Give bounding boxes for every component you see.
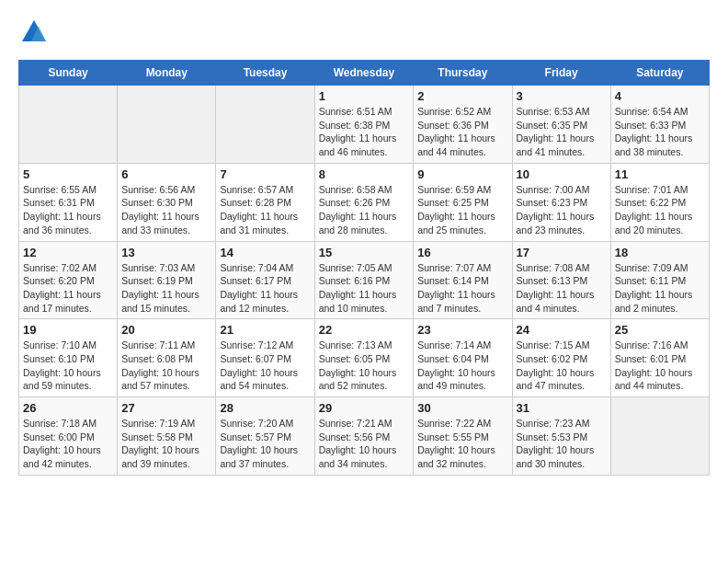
calendar-cell: 27Sunrise: 7:19 AM Sunset: 5:58 PM Dayli… — [118, 397, 216, 476]
day-info: Sunrise: 7:22 AM Sunset: 5:55 PM Dayligh… — [417, 417, 507, 471]
day-number: 16 — [417, 246, 507, 259]
day-number: 14 — [220, 246, 310, 259]
day-number: 10 — [517, 167, 607, 181]
day-info: Sunrise: 7:19 AM Sunset: 5:58 PM Dayligh… — [121, 417, 211, 471]
day-info: Sunrise: 6:54 AM Sunset: 6:33 PM Dayligh… — [615, 105, 705, 159]
day-info: Sunrise: 7:02 AM Sunset: 6:20 PM Dayligh… — [23, 261, 113, 316]
calendar-cell: 6Sunrise: 6:56 AM Sunset: 6:30 PM Daylig… — [118, 163, 216, 241]
calendar-cell: 4Sunrise: 6:54 AM Sunset: 6:33 PM Daylig… — [610, 86, 709, 164]
day-info: Sunrise: 7:08 AM Sunset: 6:13 PM Dayligh… — [517, 261, 607, 316]
calendar-cell: 12Sunrise: 7:02 AM Sunset: 6:20 PM Dayli… — [19, 241, 118, 319]
calendar-cell — [216, 86, 314, 164]
day-number: 19 — [23, 323, 113, 337]
calendar-cell: 31Sunrise: 7:23 AM Sunset: 5:53 PM Dayli… — [512, 397, 610, 476]
day-number: 15 — [319, 246, 410, 259]
day-info: Sunrise: 7:20 AM Sunset: 5:57 PM Dayligh… — [220, 417, 310, 471]
calendar-cell: 30Sunrise: 7:22 AM Sunset: 5:55 PM Dayli… — [414, 397, 512, 476]
calendar-cell: 8Sunrise: 6:58 AM Sunset: 6:26 PM Daylig… — [314, 163, 414, 241]
calendar-cell: 1Sunrise: 6:51 AM Sunset: 6:38 PM Daylig… — [314, 86, 414, 164]
calendar-cell — [118, 86, 216, 164]
day-info: Sunrise: 7:21 AM Sunset: 5:56 PM Dayligh… — [319, 417, 410, 471]
day-info: Sunrise: 7:04 AM Sunset: 6:17 PM Dayligh… — [220, 261, 310, 316]
calendar-cell: 5Sunrise: 6:55 AM Sunset: 6:31 PM Daylig… — [19, 163, 118, 241]
calendar-cell: 21Sunrise: 7:12 AM Sunset: 6:07 PM Dayli… — [216, 319, 314, 397]
day-of-week-header: Wednesday — [314, 61, 414, 86]
calendar-cell: 16Sunrise: 7:07 AM Sunset: 6:14 PM Dayli… — [414, 241, 512, 319]
calendar-table: SundayMondayTuesdayWednesdayThursdayFrid… — [18, 60, 710, 476]
day-info: Sunrise: 7:18 AM Sunset: 6:00 PM Dayligh… — [23, 417, 113, 471]
day-info: Sunrise: 6:57 AM Sunset: 6:28 PM Dayligh… — [220, 183, 310, 237]
day-number: 2 — [417, 89, 507, 103]
calendar-cell: 14Sunrise: 7:04 AM Sunset: 6:17 PM Dayli… — [216, 241, 314, 319]
day-info: Sunrise: 7:13 AM Sunset: 6:05 PM Dayligh… — [319, 339, 410, 393]
calendar-cell — [610, 397, 709, 476]
day-info: Sunrise: 7:09 AM Sunset: 6:11 PM Dayligh… — [615, 261, 705, 316]
day-info: Sunrise: 7:16 AM Sunset: 6:01 PM Dayligh… — [615, 339, 705, 393]
day-number: 12 — [23, 246, 113, 259]
day-of-week-header: Saturday — [610, 61, 709, 86]
day-of-week-header: Thursday — [414, 61, 512, 86]
calendar-cell: 13Sunrise: 7:03 AM Sunset: 6:19 PM Dayli… — [118, 241, 216, 319]
calendar-cell: 9Sunrise: 6:59 AM Sunset: 6:25 PM Daylig… — [414, 163, 512, 241]
day-info: Sunrise: 7:10 AM Sunset: 6:10 PM Dayligh… — [23, 339, 113, 393]
day-number: 27 — [121, 401, 211, 415]
day-info: Sunrise: 7:07 AM Sunset: 6:14 PM Dayligh… — [417, 261, 507, 316]
day-number: 26 — [23, 401, 113, 415]
day-number: 18 — [615, 246, 705, 259]
calendar-week-row: 12Sunrise: 7:02 AM Sunset: 6:20 PM Dayli… — [19, 241, 710, 319]
day-info: Sunrise: 6:58 AM Sunset: 6:26 PM Dayligh… — [319, 183, 410, 237]
day-number: 1 — [319, 89, 410, 103]
calendar-cell — [19, 86, 118, 164]
calendar-cell: 15Sunrise: 7:05 AM Sunset: 6:16 PM Dayli… — [314, 241, 414, 319]
day-info: Sunrise: 7:05 AM Sunset: 6:16 PM Dayligh… — [319, 261, 410, 316]
day-info: Sunrise: 6:56 AM Sunset: 6:30 PM Dayligh… — [121, 183, 211, 237]
day-number: 8 — [319, 167, 410, 181]
day-number: 24 — [517, 323, 607, 337]
day-number: 23 — [417, 323, 507, 337]
day-info: Sunrise: 7:00 AM Sunset: 6:23 PM Dayligh… — [517, 183, 607, 237]
day-info: Sunrise: 7:14 AM Sunset: 6:04 PM Dayligh… — [417, 339, 507, 393]
page-header — [18, 18, 710, 51]
calendar-cell: 29Sunrise: 7:21 AM Sunset: 5:56 PM Dayli… — [314, 397, 414, 476]
calendar-cell: 17Sunrise: 7:08 AM Sunset: 6:13 PM Dayli… — [512, 241, 610, 319]
day-of-week-header: Monday — [118, 61, 216, 86]
day-info: Sunrise: 7:03 AM Sunset: 6:19 PM Dayligh… — [121, 261, 211, 316]
calendar-week-row: 5Sunrise: 6:55 AM Sunset: 6:31 PM Daylig… — [19, 163, 710, 241]
day-number: 31 — [517, 401, 607, 415]
calendar-cell: 25Sunrise: 7:16 AM Sunset: 6:01 PM Dayli… — [610, 319, 709, 397]
calendar-header-row: SundayMondayTuesdayWednesdayThursdayFrid… — [19, 61, 710, 86]
calendar-week-row: 1Sunrise: 6:51 AM Sunset: 6:38 PM Daylig… — [19, 86, 710, 164]
calendar-cell: 10Sunrise: 7:00 AM Sunset: 6:23 PM Dayli… — [512, 163, 610, 241]
day-info: Sunrise: 7:01 AM Sunset: 6:22 PM Dayligh… — [615, 183, 705, 237]
day-info: Sunrise: 7:15 AM Sunset: 6:02 PM Dayligh… — [517, 339, 607, 393]
calendar-cell: 7Sunrise: 6:57 AM Sunset: 6:28 PM Daylig… — [216, 163, 314, 241]
calendar-cell: 19Sunrise: 7:10 AM Sunset: 6:10 PM Dayli… — [19, 319, 118, 397]
day-number: 9 — [417, 167, 507, 181]
calendar-cell: 24Sunrise: 7:15 AM Sunset: 6:02 PM Dayli… — [512, 319, 610, 397]
calendar-cell: 2Sunrise: 6:52 AM Sunset: 6:36 PM Daylig… — [414, 86, 512, 164]
day-number: 6 — [121, 167, 211, 181]
calendar-week-row: 19Sunrise: 7:10 AM Sunset: 6:10 PM Dayli… — [19, 319, 710, 397]
day-number: 22 — [319, 323, 410, 337]
day-of-week-header: Tuesday — [216, 61, 314, 86]
day-number: 7 — [220, 167, 310, 181]
day-number: 4 — [615, 89, 705, 103]
day-of-week-header: Sunday — [19, 61, 118, 86]
day-number: 11 — [615, 167, 705, 181]
calendar-cell: 18Sunrise: 7:09 AM Sunset: 6:11 PM Dayli… — [610, 241, 709, 319]
day-number: 30 — [417, 401, 507, 415]
calendar-body: 1Sunrise: 6:51 AM Sunset: 6:38 PM Daylig… — [19, 86, 710, 476]
day-info: Sunrise: 7:11 AM Sunset: 6:08 PM Dayligh… — [121, 339, 211, 393]
day-number: 17 — [517, 246, 607, 259]
day-of-week-header: Friday — [512, 61, 610, 86]
day-number: 3 — [517, 89, 607, 103]
logo — [18, 18, 48, 51]
calendar-week-row: 26Sunrise: 7:18 AM Sunset: 6:00 PM Dayli… — [19, 397, 710, 476]
day-info: Sunrise: 7:12 AM Sunset: 6:07 PM Dayligh… — [220, 339, 310, 393]
day-info: Sunrise: 6:59 AM Sunset: 6:25 PM Dayligh… — [417, 183, 507, 237]
calendar-cell: 22Sunrise: 7:13 AM Sunset: 6:05 PM Dayli… — [314, 319, 414, 397]
day-number: 20 — [121, 323, 211, 337]
day-number: 25 — [615, 323, 705, 337]
day-info: Sunrise: 6:51 AM Sunset: 6:38 PM Dayligh… — [319, 105, 410, 159]
calendar-cell: 23Sunrise: 7:14 AM Sunset: 6:04 PM Dayli… — [414, 319, 512, 397]
